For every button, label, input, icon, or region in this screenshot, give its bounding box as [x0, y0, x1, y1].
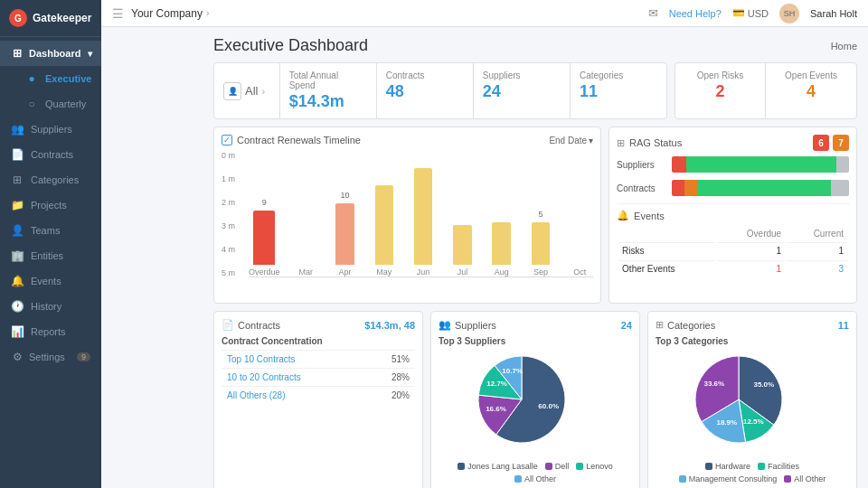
currency-selector[interactable]: 💳 USD [732, 7, 769, 19]
bar-x-label: Sep [533, 267, 548, 277]
bar[interactable]: 10 [335, 203, 354, 265]
events-risk-overdue: 1 [717, 242, 785, 258]
company-name: Your Company [131, 7, 203, 20]
contracts-panel-header: 📄 Contracts $14.3m, 48 [222, 319, 415, 331]
legend-dot [679, 475, 686, 483]
rag-grey-segment [831, 180, 849, 196]
open-events-value: 4 [780, 82, 842, 101]
rag-badge-orange[interactable]: 7 [833, 135, 849, 151]
bar-x-label: Mar [298, 267, 313, 277]
sidebar-item-settings[interactable]: ⚙ Settings 9 [0, 344, 101, 370]
events-risk-current: 1 [787, 242, 847, 258]
avatar[interactable]: SH [779, 4, 799, 23]
rag-icon: ⊞ [617, 137, 625, 149]
contracts-panel-title: 📄 Contracts [222, 319, 280, 331]
bar[interactable] [492, 222, 511, 265]
menu-icon[interactable]: ☰ [112, 6, 124, 21]
sidebar-item-contracts[interactable]: 📄 Contracts [0, 142, 101, 167]
bar[interactable]: 9 [253, 211, 275, 265]
legend-mgmt-consulting: Management Consulting [679, 474, 778, 483]
categories-panel-icon: ⊞ [656, 319, 664, 331]
legend-dot [758, 463, 765, 470]
sidebar-item-executive[interactable]: ● Executive [0, 66, 101, 91]
sidebar-item-entities[interactable]: 🏢 Entities [0, 243, 101, 268]
legend-jones: Jones Lang Lasalle [458, 462, 538, 471]
events-col-current: Current [787, 227, 847, 240]
conc-row-top10: Top 10 Contracts 51% [222, 350, 415, 368]
bar[interactable] [414, 168, 433, 265]
settings-icon: ⚙ [11, 351, 24, 363]
legend-dot [458, 463, 465, 470]
conc-top10-link[interactable]: Top 10 Contracts [227, 354, 296, 364]
rag-row-suppliers: Suppliers [617, 156, 849, 173]
legend-dot [545, 463, 552, 470]
topbar-right: ✉ Need Help? 💳 USD SH Sarah Holt [648, 4, 857, 23]
company-selector[interactable]: Your Company › [131, 7, 209, 20]
categories-pie-container: 35.0%12.5%18.9%33.6% Hardware Facilities… [656, 350, 849, 483]
sidebar-item-teams[interactable]: 👤 Teams [0, 218, 101, 243]
bar[interactable] [453, 225, 472, 265]
rag-suppliers-bar [672, 156, 849, 173]
rag-contracts-bar [672, 180, 849, 196]
sidebar-item-history[interactable]: 🕐 History [0, 294, 101, 319]
bar[interactable] [375, 185, 394, 265]
all-filter[interactable]: 👤 All › [214, 63, 280, 118]
mail-icon[interactable]: ✉ [648, 6, 658, 20]
bar-x-label: Overdue [249, 267, 280, 277]
legend-lenovo: Lenovo [576, 462, 613, 471]
sidebar-item-events[interactable]: 🔔 Events [0, 268, 101, 294]
end-date-selector[interactable]: End Date ▾ [549, 136, 593, 145]
bar-group: Jul [449, 151, 476, 277]
bar[interactable]: 5 [532, 222, 551, 265]
sidebar-item-reports[interactable]: 📊 Reports [0, 319, 101, 344]
sidebar-item-categories[interactable]: ⊞ Categories [0, 167, 101, 192]
filter-icon: 👤 [223, 82, 241, 100]
pie-label: 18.9% [716, 418, 737, 427]
sidebar-item-quarterly[interactable]: ○ Quarterly [0, 91, 101, 117]
events-section: 🔔 Events Overdue Current Risk [617, 210, 849, 278]
suppliers-pie-container: 60.0%16.6%12.7%10.7% Jones Lang Lasalle … [439, 350, 632, 483]
open-risks-value: 2 [690, 82, 750, 101]
concentration-title: Contract Concentration [222, 336, 415, 346]
events-title: 🔔 Events [617, 210, 665, 221]
sidebar-item-suppliers[interactable]: 👥 Suppliers [0, 117, 101, 142]
categories-legend: Hardware Facilities Management Consultin… [656, 462, 849, 483]
conc-others-link[interactable]: All Others (28) [227, 390, 285, 400]
bar-x-label: May [376, 267, 392, 277]
suppliers-icon: 👥 [11, 123, 24, 136]
legend-dot [576, 463, 583, 470]
filter-arrow: › [261, 86, 265, 97]
events-header: 🔔 Events [617, 210, 849, 221]
pie-label: 16.6% [486, 405, 506, 413]
categories-panel-value: 11 [838, 320, 849, 331]
categories-icon: ⊞ [11, 174, 24, 186]
conc-10to20-link[interactable]: 10 to 20 Contracts [227, 372, 301, 382]
events-other-current[interactable]: 3 [787, 260, 847, 277]
dashboard-icon: ⊞ [11, 47, 24, 60]
bar-chart-header: ✓ Contract Renewals Timeline End Date ▾ [222, 135, 593, 145]
events-other-overdue[interactable]: 1 [717, 260, 785, 277]
bar-group: Mar [293, 151, 319, 277]
help-button[interactable]: Need Help? [669, 8, 722, 19]
events-icon: 🔔 [617, 210, 629, 221]
dot-icon: ○ [25, 98, 38, 110]
rag-badge-red[interactable]: 6 [813, 135, 829, 151]
rag-grey-segment [836, 156, 849, 173]
suppliers-bottom-panel: 👥 Suppliers 24 Top 3 Suppliers 60.0%16.6… [430, 311, 640, 488]
breadcrumb: Home [831, 41, 857, 52]
contracts-panel-icon: 📄 [222, 319, 234, 331]
entities-icon: 🏢 [11, 249, 24, 262]
events-col-label [618, 227, 715, 240]
rag-orange-segment [684, 180, 699, 196]
sidebar-item-dashboard[interactable]: ⊞ Dashboard ▾ [0, 41, 101, 66]
rag-green-segment [698, 180, 831, 196]
conc-row-others: All Others (28) 20% [222, 386, 415, 404]
bar-group: May [371, 151, 397, 277]
open-risks-label: Open Risks [690, 70, 750, 80]
rag-red-segment [672, 180, 684, 196]
legend-allother-suppliers: All Other [514, 474, 556, 483]
legend-hardware: Hardware [705, 462, 750, 471]
rag-green-segment [686, 156, 837, 173]
sidebar-item-projects[interactable]: 📁 Projects [0, 192, 101, 218]
rag-contracts-label: Contracts [617, 183, 666, 193]
